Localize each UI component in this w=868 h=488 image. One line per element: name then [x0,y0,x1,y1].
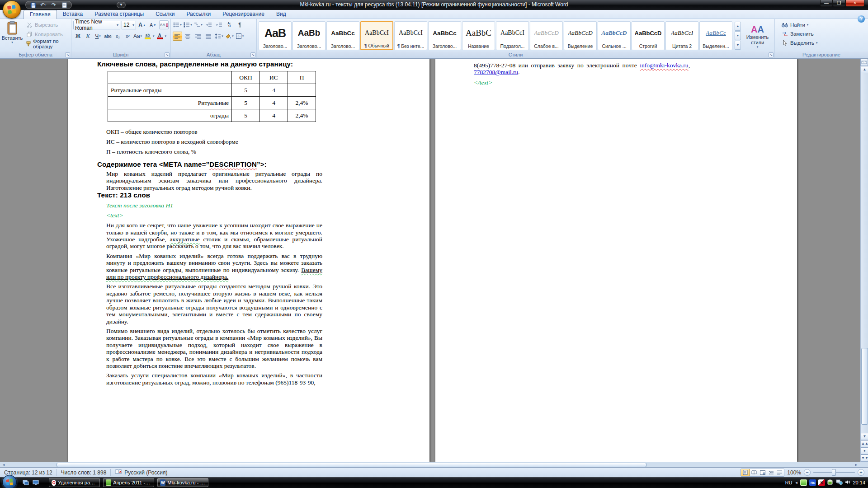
start-button[interactable] [2,475,17,488]
font-size-select[interactable]: 12▾ [122,21,136,29]
underline-button[interactable]: Ч▾ [93,32,103,41]
replace-button[interactable]: Заменить [779,29,866,38]
subscript-button[interactable]: x₂ [113,32,123,41]
numbering-button[interactable]: ▾ [183,20,193,29]
help-icon[interactable]: ? [858,15,865,23]
style-item[interactable]: AaBbЗаголово... [292,21,326,50]
increase-indent-button[interactable] [214,20,224,29]
paste-dropdown[interactable]: ▾ [11,41,13,44]
font-color-dropdown[interactable]: ▾ [165,34,167,38]
tab-mailings[interactable]: Рассылки [180,10,217,19]
copy-button[interactable]: Копировать [24,30,69,38]
word-count-indicator[interactable]: Число слов: 1 898 [57,469,111,476]
font-family-select[interactable]: Times New Roman▾ [73,21,120,29]
highlight-button[interactable]: ab [143,32,152,41]
zoom-out-button[interactable]: − [804,469,811,476]
kaspersky-icon[interactable]: K [818,479,825,486]
fullscreen-reading-view-button[interactable] [750,469,758,476]
borders-button[interactable]: ▾ [235,32,245,41]
taskbar-button-april[interactable]: Апрель 2011 - imun... [103,478,154,487]
font-dialog-launcher[interactable]: ↘ [165,52,170,57]
zoom-in-button[interactable]: + [858,469,864,476]
ruler-toggle-button[interactable] [860,59,868,66]
punto-switcher-icon[interactable]: Ru [809,479,816,486]
email-link-1[interactable]: info@mki-kovka.ru [640,62,688,69]
justify-button[interactable] [204,32,213,41]
style-item[interactable]: AaBbCcI¶ Без инте... [394,21,427,50]
style-item[interactable]: AaBЗаголово... [259,21,292,50]
tab-page-layout[interactable]: Разметка страницы [89,10,150,19]
tray-clock[interactable]: 20:14 [853,480,865,485]
paragraph-dialog-launcher[interactable]: ↘ [250,52,255,57]
office-button[interactable] [3,0,21,19]
zoom-level[interactable]: 100% [787,469,801,476]
tray-expand-icon[interactable]: ◄ [795,481,798,485]
zoom-slider[interactable] [813,472,855,473]
taskbar-button-word-active[interactable]: W Mki-kovka.ru - текс... [157,478,208,487]
paste-button[interactable]: Вставить ▾ [2,20,23,51]
align-left-button[interactable] [173,32,182,41]
document-page-12[interactable]: 8(495)778-27-08 или отправив заявку по э… [435,59,797,462]
shading-button[interactable]: ▾ [225,32,234,41]
sort-button[interactable]: А↓Я [225,20,234,29]
styles-scroll-down[interactable]: ▼ [735,31,741,40]
align-right-button[interactable] [193,32,203,41]
styles-more-button[interactable]: ▼ [735,41,741,50]
style-item[interactable]: AaBbCcDСильное ... [598,21,631,50]
keyboard-layout-indicator[interactable]: RU [785,480,793,485]
zoom-slider-thumb[interactable] [832,469,836,476]
select-button[interactable]: Выделить▾ [779,38,866,47]
style-item[interactable]: AaBbCcВыделенн... [699,21,732,50]
previous-page-button[interactable]: ▲▲ [861,440,868,447]
style-item[interactable]: AaBbCcIПодзагол... [496,21,529,50]
show-marks-button[interactable]: ¶ [235,20,245,29]
style-item[interactable]: AaBbCcDСлабое в... [530,21,563,50]
clear-formatting-button[interactable]: АА [159,20,169,29]
align-center-button[interactable] [183,32,193,41]
print-layout-view-button[interactable] [741,469,750,476]
battery-icon[interactable] [827,479,834,486]
style-item[interactable]: AaBbCcЗаголово... [428,21,461,50]
change-case-button[interactable]: Aa▾ [133,32,142,41]
quick-launch-show-desktop-icon[interactable] [32,479,40,486]
vertical-scrollbar[interactable]: ▲ ▼ ▲▲ ● ▼▼ [860,59,868,462]
tab-review[interactable]: Рецензирование [217,10,270,19]
cut-button[interactable]: Вырезать [24,20,69,29]
email-link-2[interactable]: 7782708@mail.ru [474,69,518,75]
tab-home[interactable]: Главная [24,10,57,19]
document-page-11[interactable]: Ключевые слова, распределенные на данную… [68,59,429,462]
strikethrough-button[interactable]: abc [103,32,113,41]
scroll-left-arrow[interactable]: ◄ [0,463,7,467]
styles-scroll-up[interactable]: ▲ [735,22,741,31]
shrink-font-button[interactable]: А▼ [148,20,158,29]
close-button[interactable]: × [845,0,864,7]
web-layout-view-button[interactable] [758,469,767,476]
tab-view[interactable]: Вид [270,10,292,19]
proofing-status[interactable]: Русский (Россия) [111,469,172,476]
decrease-indent-button[interactable] [204,20,213,29]
next-page-button[interactable]: ▼▼ [861,455,868,462]
style-item-selected[interactable]: AaBbCcI¶ Обычный [360,21,393,50]
find-button[interactable]: Найти▾ [779,20,866,29]
styles-dialog-launcher[interactable]: ↘ [769,52,774,57]
select-browse-object-button[interactable]: ● [861,447,868,455]
horizontal-scroll-thumb[interactable] [57,463,646,467]
tab-insert[interactable]: Вставка [57,10,89,19]
format-painter-button[interactable]: Формат по образцу [24,39,69,48]
style-item[interactable]: AaBbCcDВыделение [564,21,597,50]
network-icon[interactable] [836,479,843,486]
volume-icon[interactable] [845,479,850,486]
multilevel-list-button[interactable]: ▾ [193,20,203,29]
taskbar-button-opera[interactable]: O Удалённая работа |... [49,478,100,487]
line-spacing-button[interactable]: ▾ [214,32,224,41]
style-item[interactable]: AaBbCНазвание [462,21,495,50]
font-color-button[interactable]: А [155,32,165,41]
restore-button[interactable]: ❒ [833,0,845,7]
style-item[interactable]: AaBbCcDСтрогий [632,21,665,50]
style-item[interactable]: AaBbCcЗаголово... [326,21,359,50]
qip-tray-icon[interactable] [800,479,807,486]
scroll-up-arrow[interactable]: ▲ [861,66,868,73]
quick-launch-switch-windows-icon[interactable] [22,479,30,486]
superscript-button[interactable]: x² [123,32,132,41]
scroll-down-arrow[interactable]: ▼ [861,433,868,440]
